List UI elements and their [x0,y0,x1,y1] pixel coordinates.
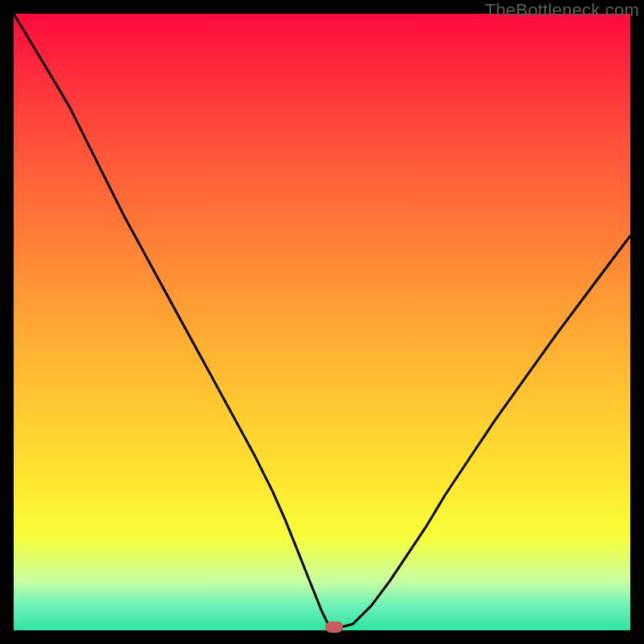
chart-frame: TheBottleneck.com [0,0,644,644]
watermark-text: TheBottleneck.com [485,0,639,21]
minimum-marker [325,621,343,633]
bottleneck-curve [14,14,630,630]
plot-area [14,14,630,630]
curve-path [14,14,630,627]
